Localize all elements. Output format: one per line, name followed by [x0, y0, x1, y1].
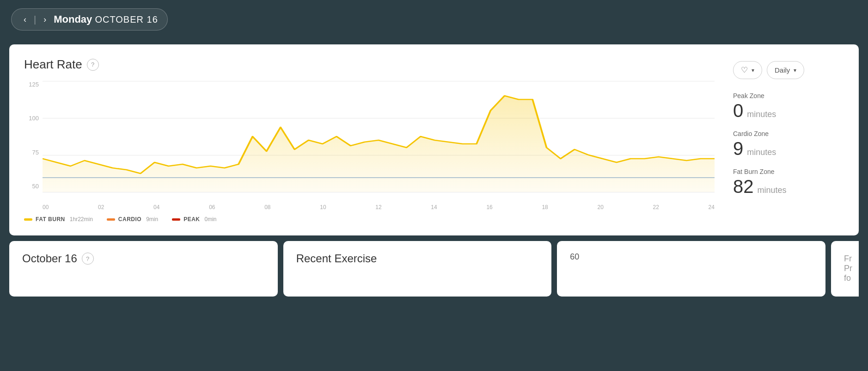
x-label-16: 16 [486, 204, 492, 210]
recent-exercise-label: Recent Exercise [296, 252, 377, 265]
peak-zone-label: Peak Zone [733, 92, 844, 99]
heart-type-button[interactable]: ♡ ▾ [733, 61, 762, 79]
top-bar: ‹ | › Monday OCTOBER 16 [0, 0, 868, 39]
x-label-08: 08 [264, 204, 270, 210]
x-label-04: 04 [153, 204, 159, 210]
cardio-zone-value: 9 minutes [733, 139, 844, 158]
card-header: Heart Rate ? [24, 57, 715, 72]
legend-fat-burn: FAT BURN 1hr22min [24, 216, 93, 223]
daily-dropdown-arrow: ▾ [794, 67, 796, 74]
prev-day-button[interactable]: ‹ [21, 14, 29, 25]
x-label-00: 00 [43, 204, 49, 210]
recent-exercise-title: Recent Exercise [296, 252, 539, 265]
cardio-zone-label: Cardio Zone [733, 130, 844, 137]
fat-burn-zone-label: Fat Burn Zone [733, 168, 844, 175]
partial-line1: Fr [844, 254, 846, 264]
x-label-18: 18 [542, 204, 548, 210]
bottom-row: October 16 ? Recent Exercise 60 Fr Pr fo [9, 241, 859, 297]
main-content: Heart Rate ? 125 100 75 50 [0, 39, 868, 302]
peak-zone-unit: minutes [747, 110, 776, 119]
fat-burn-zone-number: 82 [733, 177, 754, 196]
heart-rate-card: Heart Rate ? 125 100 75 50 [9, 44, 859, 235]
chart-legend: FAT BURN 1hr22min CARDIO 9min PEAK 0min [24, 216, 715, 223]
peak-value: 0min [205, 216, 217, 223]
x-label-10: 10 [320, 204, 326, 210]
day-name: Monday [54, 13, 92, 25]
cardio-zone-stat: Cardio Zone 9 minutes [733, 130, 844, 158]
fat-burn-zone-value: 82 minutes [733, 177, 844, 196]
x-label-06: 06 [209, 204, 215, 210]
fat-burn-label: FAT BURN [36, 216, 65, 223]
daily-label: Daily [775, 66, 790, 74]
cardio-value: 9min [146, 216, 158, 223]
partial-line3: fo [844, 273, 846, 283]
cardio-zone-unit: minutes [747, 148, 776, 157]
date-navigator: ‹ | › Monday OCTOBER 16 [11, 8, 168, 31]
x-label-22: 22 [653, 204, 659, 210]
stats-section: ♡ ▾ Daily ▾ Peak Zone 0 minutes Cardio Z… [733, 57, 844, 223]
x-label-14: 14 [431, 204, 437, 210]
partial-card: Fr Pr fo [831, 241, 859, 297]
fat-burn-zone-stat: Fat Burn Zone 82 minutes [733, 168, 844, 196]
heart-rate-help-icon[interactable]: ? [87, 59, 99, 71]
x-label-02: 02 [98, 204, 104, 210]
october-16-title: October 16 ? [22, 252, 265, 265]
fat-burn-zone-unit: minutes [758, 186, 787, 195]
cardio-color [107, 218, 115, 221]
y-label-125: 125 [24, 81, 43, 88]
date-string: OCTOBER 16 [95, 14, 158, 25]
fat-burn-value: 1hr22min [70, 216, 93, 223]
grid-line-50 [43, 192, 715, 192]
october-16-help-icon[interactable]: ? [82, 253, 94, 265]
x-label-24: 24 [709, 204, 715, 210]
heart-rate-title: Heart Rate [24, 57, 82, 72]
cardio-zone-number: 9 [733, 139, 743, 158]
recent-exercise-card: Recent Exercise [283, 241, 552, 297]
peak-label: PEAK [183, 216, 200, 223]
heart-icon: ♡ [741, 65, 748, 75]
nav-divider: | [34, 14, 36, 25]
legend-cardio: CARDIO 9min [107, 216, 158, 223]
chart-plot-area [43, 81, 715, 192]
october-16-label: October 16 [22, 252, 77, 265]
fat-burn-color [24, 218, 32, 221]
october-16-card: October 16 ? [9, 241, 278, 297]
date-display: Monday OCTOBER 16 [54, 13, 158, 25]
heart-dropdown-arrow: ▾ [752, 67, 754, 74]
partial-line2: Pr [844, 264, 846, 273]
peak-zone-number: 0 [733, 101, 743, 120]
y-label-100: 100 [24, 115, 43, 122]
peak-color [172, 218, 180, 221]
legend-peak: PEAK 0min [172, 216, 216, 223]
stats-controls: ♡ ▾ Daily ▾ [733, 61, 844, 79]
x-label-12: 12 [375, 204, 381, 210]
peak-zone-value: 0 minutes [733, 101, 844, 120]
heart-rate-svg [43, 81, 715, 192]
next-day-button[interactable]: › [41, 14, 49, 25]
daily-button[interactable]: Daily ▾ [767, 61, 804, 79]
x-label-20: 20 [597, 204, 603, 210]
x-axis-labels: 00 02 04 06 08 10 12 14 16 18 20 22 24 [43, 204, 715, 210]
sixty-card: 60 [557, 241, 825, 297]
heart-rate-chart: 125 100 75 50 [24, 81, 715, 210]
chart-section: Heart Rate ? 125 100 75 50 [24, 57, 715, 223]
sixty-number: 60 [570, 252, 813, 262]
cardio-label: CARDIO [118, 216, 141, 223]
y-label-75: 75 [24, 149, 43, 156]
y-label-50: 50 [24, 183, 43, 190]
x-axis-line [43, 177, 715, 178]
peak-zone-stat: Peak Zone 0 minutes [733, 92, 844, 120]
y-axis-labels: 125 100 75 50 [24, 81, 43, 192]
